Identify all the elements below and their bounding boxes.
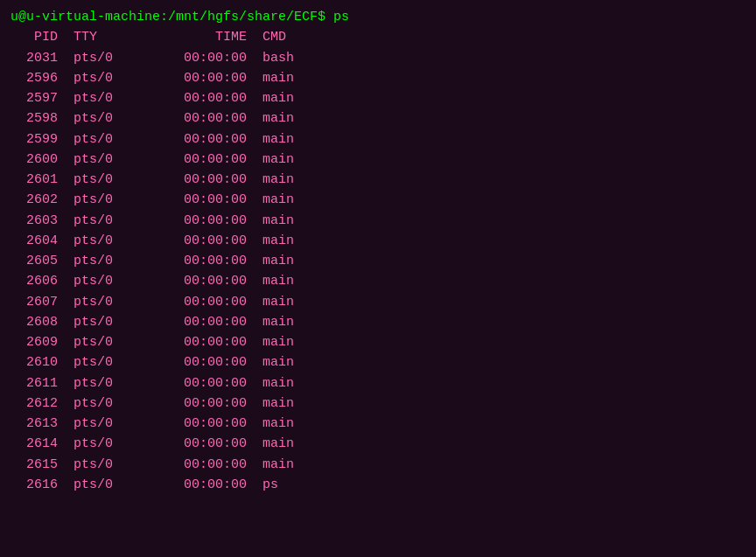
table-row: 2600 pts/0 00:00:00 main	[10, 150, 746, 170]
table-row: 2031 pts/0 00:00:00 bash	[10, 48, 746, 68]
table-row: 2601 pts/0 00:00:00 main	[10, 170, 746, 190]
header-line: PID TTY TIME CMD	[10, 27, 746, 47]
table-row: 2599 pts/0 00:00:00 main	[10, 129, 746, 150]
table-row: 2605 pts/0 00:00:00 main	[10, 251, 746, 271]
table-row: 2616 pts/0 00:00:00 ps	[10, 475, 746, 495]
table-row: 2604 pts/0 00:00:00 main	[10, 231, 746, 251]
table-row: 2607 pts/0 00:00:00 main	[10, 292, 746, 312]
table-row: 2603 pts/0 00:00:00 main	[10, 211, 746, 231]
table-row: 2596 pts/0 00:00:00 main	[10, 68, 746, 88]
terminal-container: u@u-virtual-machine:/mnt/hgfs/share/ECF$…	[10, 7, 746, 495]
prompt-line: u@u-virtual-machine:/mnt/hgfs/share/ECF$…	[10, 7, 746, 27]
table-row: 2611 pts/0 00:00:00 main	[10, 373, 746, 393]
table-row: 2598 pts/0 00:00:00 main	[10, 108, 746, 129]
table-row: 2613 pts/0 00:00:00 main	[10, 414, 746, 434]
table-row: 2609 pts/0 00:00:00 main	[10, 332, 746, 352]
table-row: 2597 pts/0 00:00:00 main	[10, 88, 746, 108]
table-row: 2612 pts/0 00:00:00 main	[10, 393, 746, 414]
table-row: 2614 pts/0 00:00:00 main	[10, 434, 746, 454]
table-row: 2606 pts/0 00:00:00 main	[10, 271, 746, 291]
table-row: 2610 pts/0 00:00:00 main	[10, 352, 746, 372]
table-row: 2608 pts/0 00:00:00 main	[10, 312, 746, 332]
table-row: 2602 pts/0 00:00:00 main	[10, 190, 746, 210]
table-row: 2615 pts/0 00:00:00 main	[10, 455, 746, 475]
process-list: 2031 pts/0 00:00:00 bash 2596 pts/0 00:0…	[10, 48, 746, 496]
